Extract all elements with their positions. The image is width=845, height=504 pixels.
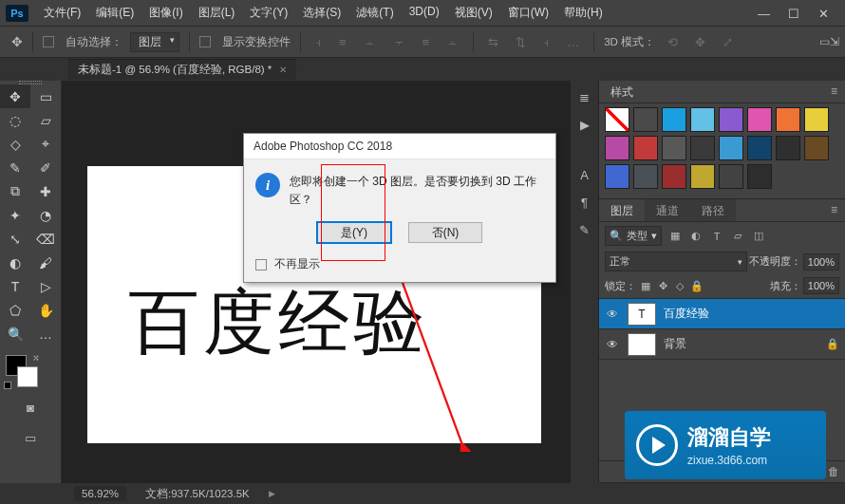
align-left-icon[interactable]: ⫞ [310, 35, 327, 49]
menu-image[interactable]: 图像(I) [141, 0, 190, 26]
filter-shape-icon[interactable]: ▱ [730, 229, 745, 244]
3d-pan-icon[interactable]: ✥ [690, 35, 710, 49]
menu-select[interactable]: 选择(S) [295, 0, 348, 26]
visibility-icon[interactable]: 👁 [605, 338, 620, 351]
style-swatch[interactable] [605, 136, 629, 160]
style-swatch[interactable] [605, 164, 629, 189]
frame-tool[interactable]: ⌖ [30, 132, 61, 156]
edit-toolbar[interactable]: … [30, 322, 61, 345]
lock-artboard-icon[interactable]: ◇ [672, 278, 687, 293]
filter-type-icon[interactable]: T [709, 229, 724, 244]
menu-help[interactable]: 帮助(H) [556, 0, 610, 26]
style-swatch[interactable] [690, 136, 715, 160]
filter-adjust-icon[interactable]: ◐ [688, 229, 704, 244]
layer-background[interactable]: 👁 背景 🔒 [599, 329, 845, 360]
background-color[interactable] [17, 366, 38, 387]
panel-menu-icon[interactable]: ▭⇲ [819, 35, 839, 48]
default-colors-icon[interactable] [4, 382, 11, 389]
history-brush[interactable]: ✦ [0, 203, 30, 227]
tools-drag-handle[interactable] [0, 81, 61, 86]
shape-tool[interactable]: ⬠ [0, 298, 30, 322]
style-swatch[interactable] [690, 164, 715, 189]
gradient-tool[interactable]: ⤡ [0, 227, 30, 251]
color-swatches[interactable]: ⤭ [6, 355, 38, 387]
path-select-tool[interactable]: ▷ [30, 274, 61, 298]
close-tab-icon[interactable]: ✕ [279, 65, 287, 75]
style-swatch[interactable] [662, 107, 686, 132]
dist-3-icon[interactable]: ⫞ [538, 35, 554, 49]
layers-menu-icon[interactable]: ≡ [823, 199, 845, 221]
style-swatch[interactable] [605, 107, 629, 132]
crop-tool[interactable]: ◇ [0, 132, 30, 156]
align-right-icon[interactable]: ⫠ [359, 35, 381, 49]
3d-orbit-icon[interactable]: ⟲ [663, 35, 683, 49]
blend-mode-dd[interactable]: 正常 [605, 252, 747, 271]
marquee-tool[interactable]: ◌ [0, 108, 30, 132]
screenmode-toggle[interactable]: ▭ [0, 427, 61, 448]
style-swatch[interactable] [804, 136, 829, 160]
eraser-tool[interactable]: ◔ [30, 203, 61, 227]
type-tool[interactable]: T [0, 274, 30, 298]
align-mid-icon[interactable]: ≡ [418, 35, 435, 49]
lock-position-icon[interactable]: ✥ [655, 278, 670, 293]
move-tool[interactable]: ✥ [0, 84, 30, 108]
blur-tool[interactable]: ⌫ [30, 227, 61, 251]
healing-tool[interactable]: ✐ [30, 156, 61, 179]
style-swatch[interactable] [633, 136, 658, 160]
style-swatch[interactable] [633, 164, 658, 189]
style-swatch[interactable] [776, 136, 800, 160]
delete-layer-icon[interactable]: 🗑 [828, 465, 839, 478]
eyedropper-tool[interactable]: ✎ [0, 156, 30, 179]
layer-text[interactable]: 👁 T 百度经验 [599, 299, 845, 329]
visibility-icon[interactable]: 👁 [605, 308, 620, 321]
filter-pixel-icon[interactable]: ▦ [667, 229, 683, 244]
document-tab[interactable]: 未标题-1 @ 56.9% (百度经验, RGB/8) * ✕ [68, 59, 296, 80]
maximize-button[interactable]: ☐ [788, 7, 801, 20]
style-swatch[interactable] [804, 107, 829, 132]
auto-select-target[interactable]: 图层 [130, 32, 179, 52]
filter-kind-dd[interactable]: 🔍 类型 ▾ [605, 226, 662, 246]
pen-tool[interactable]: 🖌 [30, 251, 61, 274]
auto-select-checkbox[interactable] [43, 36, 54, 47]
close-button[interactable]: ✕ [818, 7, 832, 20]
doc-size[interactable]: 文档:937.5K/1023.5K [145, 487, 250, 501]
lock-all-icon[interactable]: 🔒 [689, 278, 704, 293]
quickmask-toggle[interactable]: ◙ [0, 397, 61, 418]
channels-tab[interactable]: 通道 [645, 199, 690, 221]
menu-filter[interactable]: 滤镜(T) [348, 0, 401, 26]
lasso-tool[interactable]: ▱ [30, 108, 61, 132]
style-swatch[interactable] [719, 136, 743, 160]
dist-v-icon[interactable]: ⇅ [511, 35, 531, 49]
style-swatch[interactable] [719, 107, 743, 132]
zoom-tool[interactable]: 🔍 [0, 322, 30, 345]
menu-3d[interactable]: 3D(D) [402, 0, 447, 26]
swap-colors-icon[interactable]: ⤭ [32, 353, 40, 363]
menu-layer[interactable]: 图层(L) [191, 0, 243, 26]
style-swatch[interactable] [747, 136, 772, 160]
zoom-field[interactable]: 56.92% [74, 486, 126, 501]
styles-menu-icon[interactable]: ≡ [823, 81, 845, 103]
fill-dd[interactable]: 100% [803, 277, 839, 294]
opacity-dd[interactable]: 100% [803, 253, 839, 271]
dontshow-checkbox[interactable] [255, 259, 267, 271]
yes-button[interactable]: 是(Y) [317, 222, 391, 243]
align-bottom-icon[interactable]: ⫠ [441, 35, 463, 49]
style-swatch[interactable] [662, 136, 686, 160]
show-transform-checkbox[interactable] [199, 36, 211, 47]
style-swatch[interactable] [633, 107, 658, 132]
brush-panel-icon[interactable]: ✎ [579, 223, 590, 237]
style-swatch[interactable] [719, 164, 743, 189]
lock-pixels-icon[interactable]: ▦ [638, 278, 653, 293]
layers-tab[interactable]: 图层 [599, 199, 645, 221]
menu-edit[interactable]: 编辑(E) [88, 0, 141, 26]
style-swatch[interactable] [747, 164, 772, 189]
layer-name[interactable]: 背景 [664, 336, 686, 352]
hand-tool[interactable]: ✋ [30, 298, 61, 322]
dist-h-icon[interactable]: ⇆ [483, 35, 503, 49]
stamp-tool[interactable]: ✚ [30, 179, 61, 203]
artboard-tool[interactable]: ▭ [30, 84, 61, 108]
style-swatch[interactable] [776, 107, 800, 132]
styles-tab[interactable]: 样式 [599, 81, 645, 103]
align-center-icon[interactable]: ≡ [334, 35, 351, 49]
style-swatch[interactable] [690, 107, 715, 132]
